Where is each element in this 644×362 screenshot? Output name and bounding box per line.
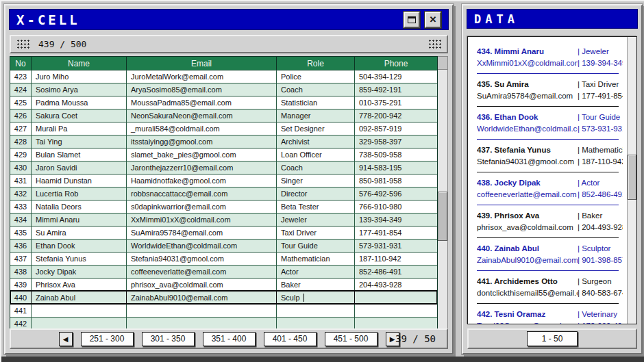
- name-cell[interactable]: Murali Pa: [32, 122, 127, 135]
- name-cell[interactable]: Natalia Deors: [32, 200, 127, 213]
- data-titlebar[interactable]: DATA: [467, 9, 638, 29]
- email-cell[interactable]: robbsnaccattacc@email.com: [127, 187, 277, 200]
- panel-scrollbar-track[interactable]: [627, 37, 636, 324]
- xcell-titlebar[interactable]: X-CELL ✕: [9, 9, 449, 30]
- email-cell[interactable]: coffeeneverlatte@email.com: [127, 265, 277, 278]
- name-cell[interactable]: Su Amira: [32, 226, 127, 239]
- name-cell[interactable]: Juro Miho: [32, 70, 127, 83]
- phone-cell[interactable]: 139-394-349: [355, 213, 437, 226]
- email-cell[interactable]: [127, 304, 277, 317]
- email-cell[interactable]: SuAmira95784@email.com: [127, 226, 277, 239]
- email-cell[interactable]: s0dapinkwarrior@email.com: [127, 200, 277, 213]
- phone-cell[interactable]: 766-910-980: [355, 200, 437, 213]
- phone-cell[interactable]: 092-857-919: [355, 122, 437, 135]
- name-cell[interactable]: Phrisox Ava: [32, 278, 127, 291]
- page-range-button-401-450[interactable]: 401 - 450: [264, 332, 317, 346]
- row-number-cell[interactable]: 428: [10, 135, 32, 148]
- phone-cell[interactable]: 573-931-931: [355, 239, 437, 252]
- email-cell[interactable]: ZainabAbul9010@email.com: [127, 291, 277, 304]
- email-cell[interactable]: slamet_bake_pies@gmool.com: [127, 148, 277, 161]
- prev-page-button[interactable]: ◀: [59, 332, 73, 346]
- role-cell[interactable]: Jeweler: [277, 213, 355, 226]
- row-number-cell[interactable]: 429: [10, 148, 32, 161]
- row-number-cell[interactable]: 427: [10, 122, 32, 135]
- role-cell[interactable]: [277, 304, 355, 317]
- role-cell[interactable]: Police: [277, 70, 355, 83]
- role-cell[interactable]: Actor: [277, 265, 355, 278]
- column-header-name[interactable]: Name: [32, 57, 127, 70]
- role-cell[interactable]: Set Designer: [277, 122, 355, 135]
- name-cell[interactable]: Lucertia Rob: [32, 187, 127, 200]
- role-cell[interactable]: Manager: [277, 109, 355, 122]
- name-cell[interactable]: Sakura Coet: [32, 109, 127, 122]
- name-cell[interactable]: Padma Moussa: [32, 96, 127, 109]
- phone-cell[interactable]: 859-492-191: [355, 83, 437, 96]
- role-cell[interactable]: Singer: [277, 174, 355, 187]
- range-button-1-50[interactable]: 1 - 50: [527, 331, 578, 346]
- row-number-cell[interactable]: 426: [10, 109, 32, 122]
- role-cell[interactable]: Mathematician: [277, 252, 355, 265]
- row-number-cell[interactable]: 423: [10, 70, 32, 83]
- name-cell[interactable]: Sosimo Arya: [32, 83, 127, 96]
- email-cell[interactable]: NeonSakuraNeon@email.com: [127, 109, 277, 122]
- name-cell[interactable]: Stefania Yunus: [32, 252, 127, 265]
- row-number-cell[interactable]: 430: [10, 161, 32, 174]
- page-range-button-301-350[interactable]: 301 - 350: [142, 332, 195, 346]
- column-header-no[interactable]: No: [10, 57, 32, 70]
- phone-cell[interactable]: 778-200-942: [355, 109, 437, 122]
- phone-cell[interactable]: 852-486-491: [355, 265, 437, 278]
- email-cell[interactable]: Jaronthejazzerr10@email.com: [127, 161, 277, 174]
- name-cell[interactable]: Haamid Dunstan: [32, 174, 127, 187]
- email-cell[interactable]: MoussaPadma85@email.com: [127, 96, 277, 109]
- phone-cell[interactable]: 914-583-195: [355, 161, 437, 174]
- name-cell[interactable]: Tai Ying: [32, 135, 127, 148]
- role-cell[interactable]: Coach: [277, 161, 355, 174]
- email-cell[interactable]: JuroMetalWork@email.com: [127, 70, 277, 83]
- grid-handle-icon[interactable]: [428, 39, 441, 49]
- phone-cell[interactable]: 504-394-129: [355, 70, 437, 83]
- role-cell[interactable]: Coach: [277, 83, 355, 96]
- email-cell[interactable]: AryaSosimo85@email.com: [127, 83, 277, 96]
- email-cell[interactable]: WorldwideEthan@coldmail.com: [127, 239, 277, 252]
- name-cell[interactable]: Mimmi Anaru: [32, 213, 127, 226]
- role-cell[interactable]: Beta Tester: [277, 200, 355, 213]
- row-number-cell[interactable]: 435: [10, 226, 32, 239]
- grid-handle-icon[interactable]: [16, 39, 29, 49]
- row-number-cell[interactable]: 433: [10, 200, 32, 213]
- phone-cell[interactable]: [355, 304, 437, 317]
- email-cell[interactable]: phrisox_ava@coldmail.com: [127, 278, 277, 291]
- role-cell[interactable]: Taxi Driver: [277, 226, 355, 239]
- page-range-button-451-500[interactable]: 451 - 500: [325, 332, 377, 346]
- page-range-button-351-400[interactable]: 351 - 400: [203, 332, 256, 346]
- row-number-cell[interactable]: 432: [10, 187, 32, 200]
- name-cell[interactable]: [32, 304, 127, 317]
- name-cell[interactable]: Jocky Dipak: [32, 265, 127, 278]
- phone-cell[interactable]: 738-509-958: [355, 148, 437, 161]
- row-number-cell[interactable]: 441: [10, 304, 32, 317]
- row-number-cell[interactable]: 436: [10, 239, 32, 252]
- phone-cell[interactable]: 187-110-942: [355, 252, 437, 265]
- close-button[interactable]: ✕: [425, 12, 441, 28]
- role-cell[interactable]: Archivist: [277, 135, 355, 148]
- panel-scrollbar-thumb[interactable]: [628, 155, 636, 200]
- email-cell[interactable]: XxMimmi01xX@coldmail.com: [127, 213, 277, 226]
- email-cell[interactable]: Stefania94031@gmool.com: [127, 252, 277, 265]
- name-cell[interactable]: Ethan Dook: [32, 239, 127, 252]
- role-cell[interactable]: Statistician: [277, 96, 355, 109]
- scrollbar-thumb[interactable]: [438, 192, 447, 241]
- phone-cell[interactable]: 204-493-928: [355, 278, 437, 291]
- email-cell[interactable]: _murali584@coldmail.com: [127, 122, 277, 135]
- column-header-email[interactable]: Email: [127, 57, 277, 70]
- phone-cell[interactable]: 850-981-958: [355, 174, 437, 187]
- scrollbar-track[interactable]: [438, 70, 447, 329]
- role-cell[interactable]: Sculp: [277, 291, 355, 304]
- phone-cell[interactable]: 177-491-854: [355, 226, 437, 239]
- column-header-phone[interactable]: Phone: [355, 57, 437, 70]
- role-cell[interactable]: Tour Guide: [277, 239, 355, 252]
- row-number-cell[interactable]: 434: [10, 213, 32, 226]
- name-cell[interactable]: Zainab Abul: [32, 291, 127, 304]
- phone-cell[interactable]: 576-492-596: [355, 187, 437, 200]
- maximize-button[interactable]: [404, 12, 420, 28]
- page-range-button-251-300[interactable]: 251 - 300: [81, 332, 134, 346]
- row-number-cell[interactable]: 431: [10, 174, 32, 187]
